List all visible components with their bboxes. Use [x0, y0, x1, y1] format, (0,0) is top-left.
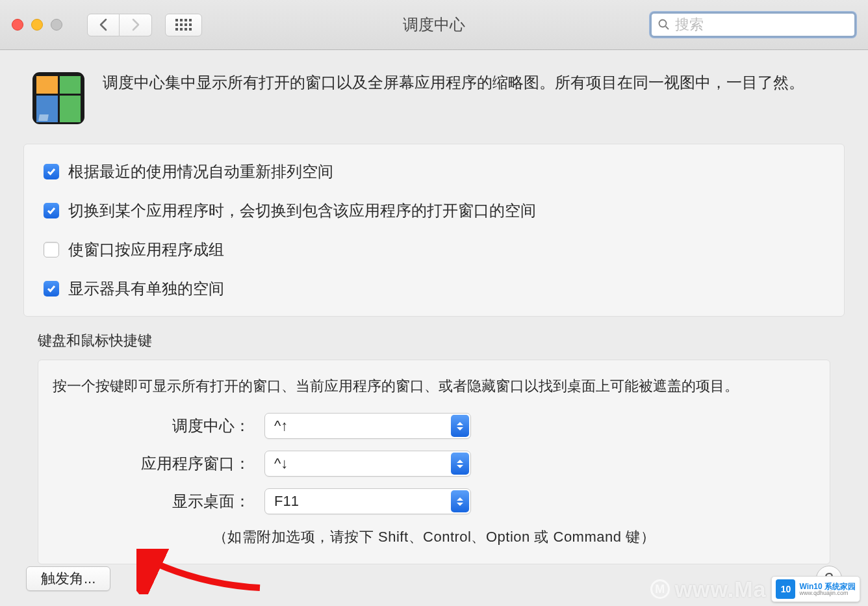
- shortcut-label: 应用程序窗口：: [50, 453, 264, 474]
- window-traffic-lights: [12, 19, 62, 31]
- content-area: 调度中心集中显示所有打开的窗口以及全屏幕应用程序的缩略图。所有项目在同一视图中，…: [0, 50, 868, 577]
- select-value: F11: [274, 493, 299, 510]
- modifier-hint: （如需附加选项，请按下 Shift、Control、Option 或 Comma…: [50, 527, 818, 547]
- close-window-button[interactable]: [12, 19, 23, 31]
- shortcut-label: 调度中心：: [50, 415, 264, 436]
- search-box[interactable]: [650, 12, 856, 38]
- select-value: ^↑: [274, 417, 288, 434]
- select-value: ^↓: [274, 455, 288, 472]
- option-label: 根据最近的使用情况自动重新排列空间: [68, 161, 333, 182]
- shortcuts-hint: 按一个按键即可显示所有打开的窗口、当前应用程序的窗口、或者隐藏窗口以找到桌面上可…: [50, 375, 818, 397]
- select-app-windows[interactable]: ^↓: [264, 451, 471, 477]
- shortcuts-panel: 按一个按键即可显示所有打开的窗口、当前应用程序的窗口、或者隐藏窗口以找到桌面上可…: [38, 360, 830, 564]
- watermark-badge-title: Win10 系统家园: [799, 583, 856, 590]
- search-icon: [658, 19, 670, 31]
- description-text: 调度中心集中显示所有打开的窗口以及全屏幕应用程序的缩略图。所有项目在同一视图中，…: [103, 70, 845, 96]
- shortcut-label: 显示桌面：: [50, 491, 264, 512]
- option-label: 使窗口按应用程序成组: [68, 239, 224, 260]
- back-button[interactable]: [87, 14, 120, 36]
- svg-point-0: [659, 20, 667, 27]
- checkbox-displays-separate[interactable]: [44, 281, 59, 296]
- toolbar: 调度中心: [0, 0, 868, 50]
- watermark-badge: 10 Win10 系统家园 www.qdhuajin.com: [771, 576, 860, 602]
- watermark-badge-sub: www.qdhuajin.com: [799, 590, 856, 596]
- forward-button[interactable]: [120, 14, 152, 36]
- watermark: M www.Ma 10 Win10 系统家园 www.qdhuajin.com: [650, 576, 860, 602]
- stepper-icon: [451, 490, 469, 512]
- search-input[interactable]: [675, 16, 854, 33]
- watermark-badge-icon: 10: [776, 579, 795, 599]
- option-auto-rearrange: 根据最近的使用情况自动重新排列空间: [44, 161, 824, 182]
- checkbox-auto-rearrange[interactable]: [44, 164, 59, 179]
- option-group-by-app: 使窗口按应用程序成组: [44, 239, 824, 260]
- grid-icon: [175, 19, 192, 31]
- stepper-icon: [451, 415, 469, 437]
- show-all-button[interactable]: [165, 14, 202, 36]
- nav-buttons: [87, 14, 152, 36]
- checkbox-switch-space[interactable]: [44, 203, 59, 218]
- watermark-logo-icon: M: [650, 579, 670, 599]
- shortcut-show-desktop: 显示桌面： F11: [50, 488, 818, 514]
- shortcut-app-windows: 应用程序窗口： ^↓: [50, 451, 818, 477]
- hot-corners-button[interactable]: 触发角...: [26, 566, 110, 591]
- watermark-text: www.Ma: [675, 577, 767, 602]
- shortcuts-title: 键盘和鼠标快捷键: [38, 331, 830, 350]
- mission-control-icon: [32, 72, 84, 124]
- option-displays-separate: 显示器具有单独的空间: [44, 278, 824, 299]
- shortcut-mission-control: 调度中心： ^↑: [50, 413, 818, 439]
- options-panel: 根据最近的使用情况自动重新排列空间 切换到某个应用程序时，会切换到包含该应用程序…: [23, 144, 845, 317]
- chevron-left-icon: [99, 18, 108, 31]
- checkbox-group-by-app[interactable]: [44, 242, 59, 257]
- header-row: 调度中心集中显示所有打开的窗口以及全屏幕应用程序的缩略图。所有项目在同一视图中，…: [23, 70, 845, 124]
- stepper-icon: [451, 453, 469, 475]
- select-show-desktop[interactable]: F11: [264, 488, 471, 514]
- shortcuts-section: 键盘和鼠标快捷键 按一个按键即可显示所有打开的窗口、当前应用程序的窗口、或者隐藏…: [23, 331, 845, 564]
- chevron-right-icon: [131, 18, 140, 31]
- minimize-window-button[interactable]: [31, 19, 43, 31]
- svg-line-1: [666, 27, 669, 30]
- option-switch-space: 切换到某个应用程序时，会切换到包含该应用程序的打开窗口的空间: [44, 200, 824, 221]
- window-title: 调度中心: [403, 14, 465, 35]
- option-label: 显示器具有单独的空间: [68, 278, 224, 299]
- zoom-window-button[interactable]: [51, 19, 62, 31]
- select-mission-control[interactable]: ^↑: [264, 413, 471, 439]
- option-label: 切换到某个应用程序时，会切换到包含该应用程序的打开窗口的空间: [68, 200, 536, 221]
